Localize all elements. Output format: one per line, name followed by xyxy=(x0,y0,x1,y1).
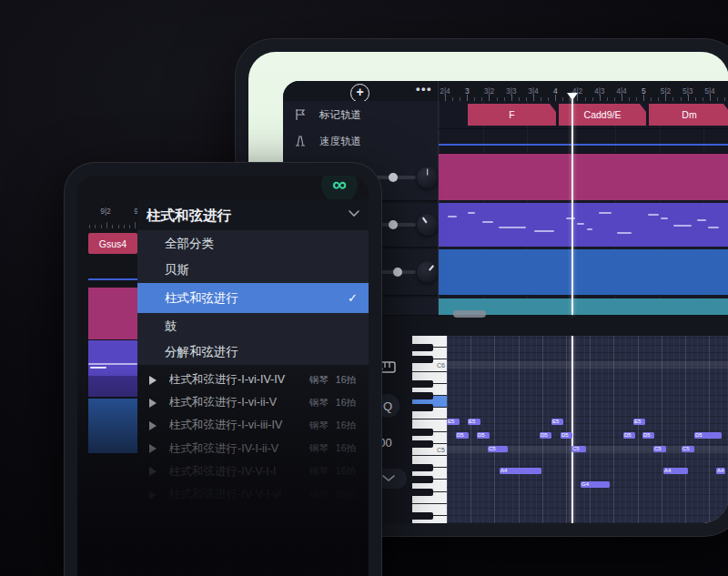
midi-note[interactable]: D5 xyxy=(456,432,469,439)
ruler-tick xyxy=(555,95,556,101)
phone-device: ∞ 9|29|3 Gsus4 柱式和弦进行 全部分类贝斯柱式和弦进行✓鼓分解和弦… xyxy=(64,162,382,576)
play-icon[interactable] xyxy=(149,444,157,453)
ruler-tick xyxy=(688,95,689,101)
c6-row-highlight xyxy=(447,361,728,369)
midi-note[interactable]: E5 xyxy=(551,419,563,425)
midi-note[interactable]: D5 xyxy=(642,432,654,439)
midi-note-preview xyxy=(661,217,668,219)
progression-list-item[interactable]: 柱式和弦进行-I-vi-ii-V钢琴16拍 xyxy=(137,391,369,414)
piano-keyboard[interactable]: C6C5 xyxy=(412,336,447,523)
dropdown-option[interactable]: 贝斯 xyxy=(137,257,369,283)
piano-key-black[interactable] xyxy=(412,476,433,483)
chord-region[interactable]: F xyxy=(468,104,556,126)
pan-knob[interactable] xyxy=(417,215,438,236)
midi-note[interactable]: D5 xyxy=(623,432,635,439)
midi-note[interactable]: D5 xyxy=(477,432,490,439)
timeline-ruler[interactable]: 2|433|23|33|444|24|34|455|25|35|4 xyxy=(438,81,728,101)
progression-list-item[interactable]: 柱式和弦进行-IV-I-ii-V钢琴16拍 xyxy=(137,438,369,460)
length-tag: 16拍 xyxy=(336,442,356,453)
ruler-tick xyxy=(622,95,622,101)
piano-key-black[interactable] xyxy=(412,464,433,471)
dropdown-option[interactable]: 分解和弦进行 xyxy=(137,339,369,365)
piano-key-black[interactable] xyxy=(412,344,433,351)
play-icon[interactable] xyxy=(149,467,157,476)
dropdown-option[interactable]: 鼓 xyxy=(137,313,369,339)
midi-note[interactable]: A4 xyxy=(500,468,541,474)
playhead[interactable] xyxy=(571,94,573,315)
progression-list-item[interactable]: 柱式和弦进行-I-vi-iii-IV钢琴16拍 xyxy=(137,414,369,437)
phone-chord-region[interactable]: Gsus4 xyxy=(88,233,137,254)
midi-note[interactable]: C5 xyxy=(682,446,694,452)
midi-note[interactable]: D5 xyxy=(694,432,722,439)
piano-key-black[interactable] xyxy=(412,392,433,399)
piano-key-black[interactable] xyxy=(412,429,433,436)
region-magenta[interactable] xyxy=(439,154,728,200)
piano-key-black[interactable] xyxy=(412,380,433,388)
instrument-tag: 钢琴 xyxy=(309,419,329,430)
pan-knob[interactable] xyxy=(417,262,438,283)
region-purple-midi[interactable] xyxy=(439,203,728,247)
play-icon[interactable] xyxy=(149,490,157,500)
pan-knob[interactable] xyxy=(417,167,438,187)
chord-region[interactable]: Dm xyxy=(649,104,728,126)
ruler-label: 9|2 xyxy=(100,207,111,216)
midi-note[interactable]: D5 xyxy=(561,432,572,439)
region-blue[interactable] xyxy=(439,249,728,295)
progression-title: 柱式和弦进行-IV-I-ii-V xyxy=(169,441,302,457)
ruler-tick xyxy=(101,225,102,228)
midi-note-preview xyxy=(673,225,692,227)
marker-track-header[interactable]: 标记轨道 xyxy=(283,101,438,129)
dropdown-option[interactable]: 全部分类 xyxy=(137,230,369,257)
midi-note[interactable]: D5 xyxy=(540,432,551,439)
midi-note[interactable]: C5 xyxy=(653,446,666,452)
midi-note[interactable]: A4 xyxy=(716,468,725,474)
piano-key-black[interactable] xyxy=(412,489,433,496)
midi-note-preview xyxy=(587,228,592,230)
dropdown-option[interactable]: 柱式和弦进行✓ xyxy=(137,283,369,313)
dropdown-header[interactable]: 柱式和弦进行 xyxy=(137,199,369,231)
progression-meta: 钢琴16拍 xyxy=(302,465,356,478)
piano-roll-grid[interactable]: E5E5E5E5D5D5D5D5D5D5D5C5C5C5C5A4A4A4G4 xyxy=(447,336,728,523)
play-icon[interactable] xyxy=(149,421,157,430)
length-tag: 16拍 xyxy=(336,465,356,476)
playhead-handle[interactable] xyxy=(567,93,578,100)
piano-key-black[interactable] xyxy=(412,512,433,520)
volume-slider[interactable] xyxy=(374,176,416,179)
progression-title: 柱式和弦进行-I-vi-ii-V xyxy=(169,395,302,410)
more-menu-button[interactable]: ••• xyxy=(416,82,432,96)
chevron-down-icon xyxy=(349,210,359,217)
piano-key-black[interactable] xyxy=(412,440,433,448)
phone-region-purple[interactable] xyxy=(88,340,137,376)
horizontal-scrollbar[interactable] xyxy=(453,310,486,318)
midi-note[interactable]: E5 xyxy=(447,419,460,425)
midi-note[interactable]: C5 xyxy=(488,446,508,452)
midi-note-preview xyxy=(599,212,612,214)
phone-region-magenta[interactable] xyxy=(88,288,137,339)
phone-region-deep-purple[interactable] xyxy=(88,376,137,397)
phone-tempo-curve xyxy=(88,278,137,280)
progression-list-item[interactable]: 柱式和弦进行-I-vi-IV-IV钢琴16拍 xyxy=(137,369,369,391)
midi-note[interactable]: G4 xyxy=(581,481,610,488)
playhead[interactable] xyxy=(571,336,573,523)
play-icon[interactable] xyxy=(149,376,157,385)
phone-region-blue[interactable] xyxy=(88,399,137,453)
progression-title: 柱式和弦进行-I-vi-iii-IV xyxy=(169,418,302,433)
add-track-button[interactable]: + xyxy=(350,84,369,103)
tempo-track-header[interactable]: 速度轨道 xyxy=(283,128,438,155)
progression-list-item[interactable]: 柱式和弦进行-IV-V-I-vi钢琴16拍 xyxy=(137,483,369,506)
midi-note[interactable]: C5 xyxy=(571,446,586,452)
midi-note[interactable]: E5 xyxy=(468,419,480,425)
midi-note[interactable]: E5 xyxy=(633,419,645,425)
play-icon[interactable] xyxy=(149,399,157,408)
progression-meta: 钢琴16拍 xyxy=(302,374,356,387)
tracks-timeline[interactable]: FCadd9/EDm xyxy=(439,101,728,315)
piano-key-black[interactable] xyxy=(412,404,433,411)
tempo-curve[interactable] xyxy=(439,144,728,146)
phone-ruler[interactable]: 9|29|3 xyxy=(88,199,137,230)
piano-key-black[interactable] xyxy=(412,356,433,363)
ruler-tick xyxy=(124,225,125,228)
midi-note-preview xyxy=(499,227,526,228)
progression-list-item[interactable]: 柱式和弦进行-IV-V-I-I钢琴16拍 xyxy=(137,460,369,483)
ruler-tick xyxy=(95,225,96,228)
midi-note[interactable]: A4 xyxy=(663,468,688,474)
